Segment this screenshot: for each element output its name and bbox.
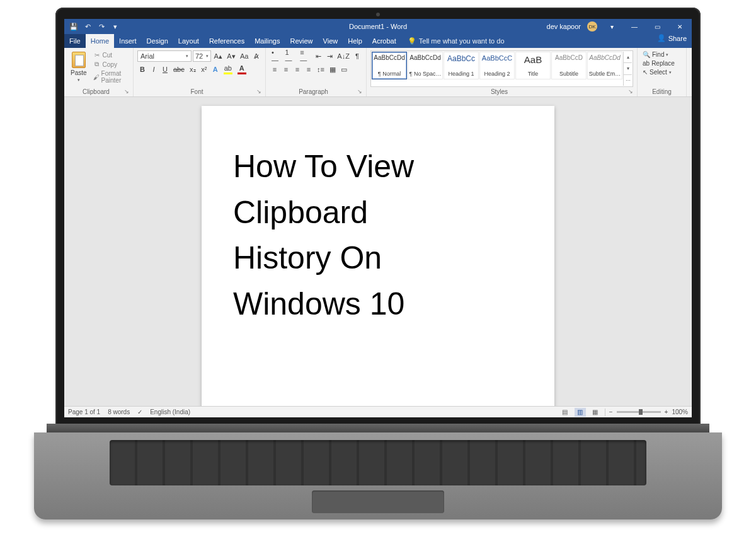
tab-design[interactable]: Design <box>142 34 173 48</box>
gallery-up-icon[interactable]: ▴ <box>624 52 632 63</box>
redo-icon[interactable]: ↷ <box>97 22 106 31</box>
styles-gallery: AaBbCcDd ¶ Normal AaBbCcDd ¶ No Spac… Aa… <box>370 50 633 87</box>
style-preview: AaBbCcDd <box>410 54 440 61</box>
document-area[interactable]: How To View Clipboard History On Windows… <box>64 97 692 406</box>
style-heading-2[interactable]: AaBbCcC Heading 2 <box>479 52 515 79</box>
font-size-combo[interactable]: 72 ▾ <box>193 50 211 62</box>
zoom-slider[interactable] <box>617 411 661 413</box>
zoom-in-button[interactable]: + <box>665 409 668 415</box>
underline-button[interactable]: U <box>160 64 170 75</box>
highlight-swatch <box>224 72 232 74</box>
minimize-button[interactable]: — <box>626 21 643 32</box>
find-button[interactable]: 🔍 Find ▾ <box>641 50 682 59</box>
web-layout-icon[interactable]: ▦ <box>590 408 601 417</box>
ribbon-options-icon[interactable]: ▾ <box>604 21 620 32</box>
styles-launcher-icon[interactable]: ↘ <box>628 88 633 95</box>
clear-formatting-button[interactable]: A̷ <box>251 50 261 62</box>
replace-label: Replace <box>651 60 675 67</box>
style-name: Title <box>528 71 539 77</box>
borders-button[interactable]: ▭ <box>339 64 349 75</box>
qat-dropdown-icon[interactable]: ▾ <box>111 22 120 31</box>
grow-font-button[interactable]: A▴ <box>212 50 224 62</box>
close-button[interactable]: ✕ <box>672 21 688 32</box>
multilevel-list-button[interactable]: ≡— <box>298 50 312 62</box>
tab-view[interactable]: View <box>318 34 343 48</box>
ribbon-tabs: File Home Insert Design Layout Reference… <box>64 34 692 48</box>
select-button[interactable]: ↖ Select ▾ <box>641 68 682 76</box>
shading-button[interactable]: ▦ <box>328 64 338 75</box>
group-acrobat: 📄 Create and Share Adobe PDF ✍ Request S… <box>687 48 692 96</box>
cut-button[interactable]: ✂ Cut <box>92 50 129 59</box>
language-indicator[interactable]: English (India) <box>150 409 190 415</box>
italic-button[interactable]: I <box>149 64 159 75</box>
show-marks-button[interactable]: ¶ <box>352 50 362 62</box>
tab-mailings[interactable]: Mailings <box>249 34 285 48</box>
spell-check-icon[interactable]: ✓ <box>137 409 142 415</box>
tab-insert[interactable]: Insert <box>114 34 142 48</box>
search-icon: 🔍 <box>643 51 650 58</box>
format-painter-button[interactable]: 🖌 Format Painter <box>92 69 129 84</box>
style-title[interactable]: AaB Title <box>515 52 551 79</box>
status-bar: Page 1 of 1 8 words ✓ English (India) ▤ … <box>64 406 692 417</box>
tab-file[interactable]: File <box>64 34 86 48</box>
tab-home[interactable]: Home <box>86 34 114 48</box>
increase-indent-button[interactable]: ⇥ <box>324 50 335 62</box>
tab-references[interactable]: References <box>204 34 249 48</box>
font-color-button[interactable]: A <box>236 64 248 75</box>
justify-button[interactable]: ≡ <box>304 64 314 75</box>
superscript-button[interactable]: x² <box>199 64 209 75</box>
share-button[interactable]: 👤 Share <box>657 34 687 42</box>
save-icon[interactable]: 💾 <box>69 22 78 31</box>
decrease-indent-button[interactable]: ⇤ <box>313 50 323 62</box>
document-page[interactable]: How To View Clipboard History On Windows… <box>202 106 554 406</box>
tab-review[interactable]: Review <box>285 34 318 48</box>
style-no-spacing[interactable]: AaBbCcDd ¶ No Spac… <box>408 52 443 79</box>
create-share-pdf-button[interactable]: 📄 Create and Share Adobe PDF <box>690 50 692 88</box>
user-avatar[interactable]: DK <box>587 21 597 32</box>
maximize-button[interactable]: ▭ <box>649 21 665 32</box>
zoom-level[interactable]: 100% <box>672 409 688 415</box>
text-effects-button[interactable]: A <box>210 64 220 75</box>
tell-me-search[interactable]: 💡 Tell me what you want to do <box>408 34 505 48</box>
style-name: Subtle Em… <box>589 71 621 77</box>
style-name: ¶ Normal <box>378 71 401 77</box>
font-launcher-icon[interactable]: ↘ <box>256 88 261 95</box>
align-center-button[interactable]: ≡ <box>281 64 291 75</box>
bullets-button[interactable]: •— <box>270 50 282 62</box>
change-case-button[interactable]: Aa <box>238 50 250 62</box>
zoom-thumb[interactable] <box>639 409 643 415</box>
gallery-more-icon[interactable]: ⋯ <box>624 75 632 86</box>
replace-button[interactable]: ab Replace <box>641 59 682 67</box>
tab-help[interactable]: Help <box>343 34 367 48</box>
clipboard-launcher-icon[interactable]: ↘ <box>124 88 129 95</box>
gallery-down-icon[interactable]: ▾ <box>624 63 632 74</box>
tab-layout[interactable]: Layout <box>173 34 204 48</box>
subscript-button[interactable]: x₂ <box>188 64 198 75</box>
read-mode-icon[interactable]: ▤ <box>559 408 571 417</box>
numbering-button[interactable]: 1— <box>284 50 297 62</box>
bold-button[interactable]: B <box>137 64 147 75</box>
word-count[interactable]: 8 words <box>108 409 130 415</box>
undo-icon[interactable]: ↶ <box>83 22 92 31</box>
paste-button[interactable]: Paste ▾ <box>68 50 89 87</box>
shrink-font-button[interactable]: A▾ <box>226 50 238 62</box>
paragraph-launcher-icon[interactable]: ↘ <box>357 88 362 95</box>
document-text[interactable]: How To View Clipboard History On Windows… <box>233 144 523 327</box>
strikethrough-button[interactable]: abc <box>171 64 186 75</box>
align-right-button[interactable]: ≡ <box>292 64 302 75</box>
align-left-button[interactable]: ≡ <box>270 64 280 75</box>
print-layout-icon[interactable]: ▥ <box>575 408 586 417</box>
copy-button[interactable]: ⧉ Copy <box>92 60 129 69</box>
sort-button[interactable]: A↓Z <box>336 50 351 62</box>
style-heading-1[interactable]: AaBbCc Heading 1 <box>444 52 479 79</box>
style-normal[interactable]: AaBbCcDd ¶ Normal <box>372 52 407 79</box>
font-name-combo[interactable]: Arial ▾ <box>137 50 192 62</box>
highlight-button[interactable]: ab <box>222 64 234 75</box>
page-indicator[interactable]: Page 1 of 1 <box>68 409 100 415</box>
style-subtitle[interactable]: AaBbCcD Subtitle <box>551 52 587 79</box>
user-name[interactable]: dev kapoor <box>547 23 581 30</box>
zoom-out-button[interactable]: − <box>609 409 613 415</box>
style-subtle-emphasis[interactable]: AaBbCcDd Subtle Em… <box>587 52 622 79</box>
tab-acrobat[interactable]: Acrobat <box>367 34 401 48</box>
line-spacing-button[interactable]: ↕≡ <box>315 64 326 75</box>
